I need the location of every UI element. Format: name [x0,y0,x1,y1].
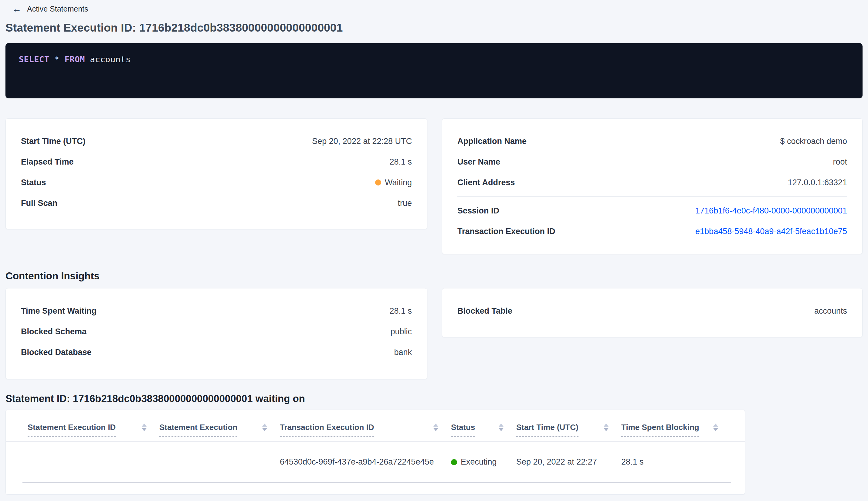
sql-token-keyword: SELECT [19,55,50,64]
info-row: Blocked Schemapublic [21,321,412,342]
waiting-on-heading: Statement ID: 1716b218dc0b38380000000000… [6,393,862,405]
info-label: Application Name [457,137,527,146]
sort-icon[interactable] [433,424,438,431]
contention-insights-heading: Contention Insights [6,270,862,282]
info-label: Blocked Database [21,348,92,357]
info-row: Time Spent Waiting28.1 s [21,301,412,321]
waiting-on-table-body: 64530d0c-969f-437e-a9b4-26a72245e45eExec… [22,442,731,483]
contention-details-card: Time Spent Waiting28.1 sBlocked Schemapu… [6,288,427,379]
info-label: Transaction Execution ID [457,227,555,236]
column-header-label[interactable]: Time Spent Blocking [621,423,699,437]
status-dot-icon [451,459,457,465]
info-value: $ cockroach demo [780,137,847,146]
column-header-time_spent_blocking: Time Spent Blocking [621,423,731,437]
sort-icon[interactable] [604,424,608,431]
session-details-links: Session ID1716b1f6-4e0c-f480-0000-000000… [457,200,847,242]
column-header-label[interactable]: Statement Execution ID [28,423,116,437]
info-value-link[interactable]: e1bba458-5948-40a9-a42f-5feac1b10e75 [695,227,847,236]
info-row: Blocked Databasebank [21,342,412,363]
info-value: accounts [814,306,847,316]
info-row: Transaction Execution IDe1bba458-5948-40… [457,221,847,242]
sort-down-icon [142,428,147,431]
sql-token-plain: accounts [85,55,131,64]
waiting-on-table: Statement Execution IDStatement Executio… [6,409,745,494]
info-label: Status [21,178,46,187]
info-value: 127.0.0.1:63321 [788,178,847,187]
info-row: Blocked Tableaccounts [457,301,847,321]
status-dot-icon [375,180,381,185]
column-header-transaction_execution_id: Transaction Execution ID [280,423,451,437]
column-header-statement_execution: Statement Execution [159,423,280,437]
sort-icon[interactable] [142,424,147,431]
column-header-label[interactable]: Start Time (UTC) [516,423,578,437]
info-value-link[interactable]: 1716b1f6-4e0c-f480-0000-000000000001 [695,206,847,216]
cell-transaction_execution_id: 64530d0c-969f-437e-a9b4-26a72245e45e [280,457,451,467]
arrow-left-icon: ← [12,4,22,14]
column-header-label[interactable]: Transaction Execution ID [280,423,374,437]
sort-icon[interactable] [262,424,267,431]
sql-statement-box: SELECT * FROM accounts [6,43,862,98]
sort-down-icon [262,428,267,431]
info-label: Session ID [457,206,499,216]
back-to-active-statements-link[interactable]: ← Active Statements [12,4,88,14]
statement-execution-page: ← Active Statements Statement Execution … [0,0,868,501]
sort-up-icon [604,424,608,427]
info-label: Blocked Table [457,306,512,316]
sort-down-icon [713,428,718,431]
session-details-top: Application Name$ cockroach demoUser Nam… [457,131,847,193]
info-label: User Name [457,157,500,167]
card-divider [457,196,847,197]
cell-start_time: Sep 20, 2022 at 22:27 [516,457,621,467]
column-header-label[interactable]: Status [451,423,475,437]
column-header-start_time: Start Time (UTC) [516,423,621,437]
sort-up-icon [142,424,147,427]
table-row: 64530d0c-969f-437e-a9b4-26a72245e45eExec… [22,442,731,483]
info-row: Full Scantrue [21,193,412,213]
waiting-on-table-header: Statement Execution IDStatement Executio… [6,410,745,442]
cell-status: Executing [451,457,516,467]
info-row: StatusWaiting [21,172,412,193]
sort-icon[interactable] [499,424,503,431]
info-row: Start Time (UTC)Sep 20, 2022 at 22:28 UT… [21,131,412,151]
sort-up-icon [499,424,503,427]
column-header-statement_execution_id: Statement Execution ID [28,423,159,437]
info-label: Full Scan [21,199,57,208]
sort-up-icon [262,424,267,427]
sort-up-icon [713,424,718,427]
sort-down-icon [433,428,438,431]
info-label: Start Time (UTC) [21,137,86,146]
info-row: Client Address127.0.0.1:63321 [457,172,847,193]
contention-cards-row: Time Spent Waiting28.1 sBlocked Schemapu… [6,288,862,379]
info-label: Elapsed Time [21,157,74,167]
info-row: Session ID1716b1f6-4e0c-f480-0000-000000… [457,200,847,221]
sort-icon[interactable] [713,424,718,431]
summary-cards-row: Start Time (UTC)Sep 20, 2022 at 22:28 UT… [6,118,862,254]
sort-down-icon [604,428,608,431]
info-value: Sep 20, 2022 at 22:28 UTC [312,137,412,146]
info-value: root [833,157,847,167]
info-value: 28.1 s [389,157,412,167]
execution-details-card: Start Time (UTC)Sep 20, 2022 at 22:28 UT… [6,118,427,229]
page-title: Statement Execution ID: 1716b218dc0b3838… [6,21,862,35]
info-value: public [390,327,412,337]
info-label: Blocked Schema [21,327,87,337]
column-header-label[interactable]: Statement Execution [159,423,237,437]
info-value: bank [394,348,412,357]
info-row: User Nameroot [457,151,847,172]
info-value: Waiting [375,178,412,187]
breadcrumb-label: Active Statements [27,4,88,14]
column-header-status: Status [451,423,516,437]
sql-statement-text: SELECT * FROM accounts [19,55,131,64]
info-value: true [398,199,412,208]
info-value: 28.1 s [389,306,412,316]
cell-time_spent_blocking: 28.1 s [621,457,731,467]
blocked-table-card: Blocked Tableaccounts [442,288,862,337]
info-row: Application Name$ cockroach demo [457,131,847,151]
sql-token-keyword: FROM [65,55,85,64]
sql-token-plain: * [50,55,65,64]
info-row: Elapsed Time28.1 s [21,151,412,172]
sort-up-icon [433,424,438,427]
info-label: Time Spent Waiting [21,306,97,316]
sort-down-icon [499,428,503,431]
session-details-card: Application Name$ cockroach demoUser Nam… [442,118,862,254]
